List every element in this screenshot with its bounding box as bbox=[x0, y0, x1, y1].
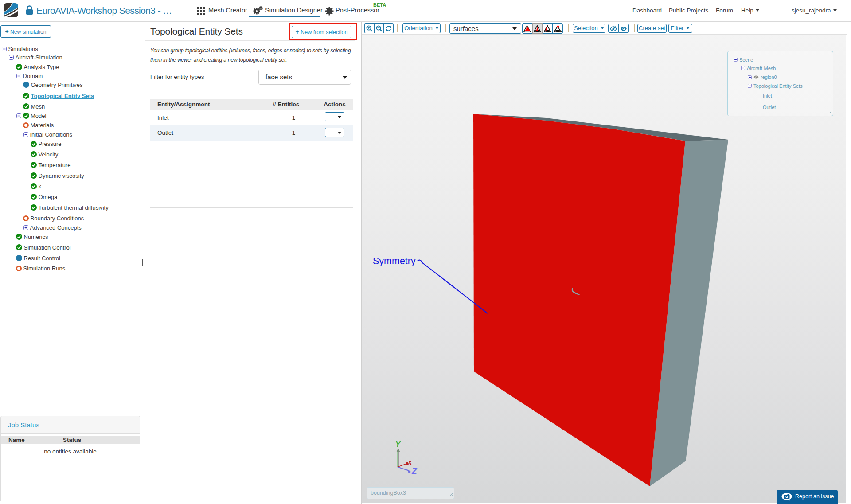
svg-text:Symmetry: Symmetry bbox=[373, 256, 416, 266]
svg-text:Y: Y bbox=[395, 440, 401, 449]
svg-text:Z: Z bbox=[411, 466, 418, 476]
svg-text:X: X bbox=[407, 459, 412, 466]
